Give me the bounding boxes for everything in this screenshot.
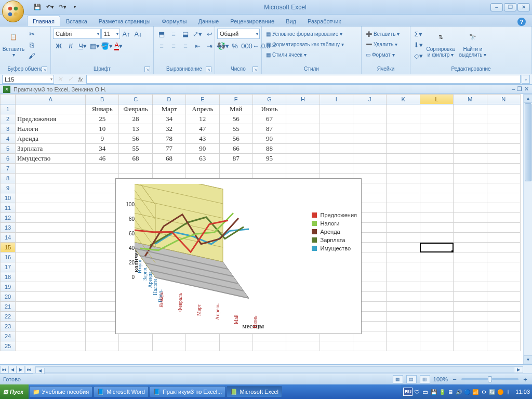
cell[interactable]: [86, 203, 119, 213]
cell[interactable]: [387, 312, 420, 322]
cell[interactable]: [86, 341, 119, 351]
font-launcher[interactable]: ↘: [144, 66, 150, 72]
conditional-formatting-button[interactable]: ▦Условное форматирование ▾: [264, 29, 344, 39]
tab-review[interactable]: Рецензирование: [224, 16, 280, 26]
cell[interactable]: [86, 233, 119, 243]
tray-icon[interactable]: 🔄: [488, 388, 496, 395]
column-header[interactable]: L: [420, 95, 453, 104]
cancel-formula-button[interactable]: ✕: [55, 75, 64, 84]
workbook-close[interactable]: ✕: [524, 86, 529, 92]
tray-icon[interactable]: 🟠: [497, 388, 504, 395]
column-header[interactable]: E: [186, 95, 219, 104]
cell[interactable]: [387, 322, 420, 331]
cell[interactable]: [420, 193, 453, 203]
cell[interactable]: [454, 104, 487, 114]
cell[interactable]: [286, 104, 320, 114]
cell[interactable]: [16, 341, 86, 351]
cell[interactable]: [353, 114, 387, 124]
cell[interactable]: [320, 144, 353, 154]
cell[interactable]: [420, 272, 453, 282]
row-header[interactable]: 14: [1, 233, 16, 243]
cell[interactable]: [387, 272, 420, 282]
cell[interactable]: [387, 134, 420, 144]
cell[interactable]: [86, 322, 119, 331]
row-header[interactable]: 6: [1, 154, 16, 164]
tray-icon[interactable]: 🔋: [438, 388, 446, 395]
cell[interactable]: [454, 144, 487, 154]
cell[interactable]: 47: [186, 124, 219, 134]
cell[interactable]: Февраль: [119, 104, 152, 114]
cell[interactable]: [420, 341, 453, 351]
cell[interactable]: [86, 164, 119, 174]
cell[interactable]: [420, 164, 453, 174]
cell[interactable]: [420, 233, 453, 243]
cell[interactable]: [454, 174, 487, 183]
tray-icon[interactable]: 🛡: [414, 388, 421, 395]
tray-icon[interactable]: ⚙: [480, 388, 487, 395]
row-header[interactable]: 24: [1, 331, 16, 341]
row-header[interactable]: 19: [1, 282, 16, 292]
tray-icon[interactable]: ᛒ: [505, 388, 512, 395]
cell[interactable]: [119, 341, 152, 351]
column-header[interactable]: C: [119, 95, 152, 104]
fill-button[interactable]: ⬇▾: [413, 39, 424, 50]
cell[interactable]: [420, 134, 453, 144]
cell[interactable]: [286, 154, 320, 164]
select-all-button[interactable]: [1, 95, 16, 104]
font-color-button[interactable]: A▾: [113, 41, 124, 51]
cell[interactable]: [487, 322, 520, 331]
row-header[interactable]: 23: [1, 322, 16, 331]
row-header[interactable]: 12: [1, 213, 16, 223]
last-sheet-button[interactable]: ⏭: [25, 366, 33, 374]
cell[interactable]: [420, 203, 453, 213]
cell[interactable]: [16, 223, 86, 233]
cell[interactable]: [16, 292, 86, 302]
undo-button[interactable]: ↶▾: [45, 2, 55, 12]
paste-button[interactable]: 📋 Вставить▾: [2, 28, 25, 59]
cell[interactable]: [487, 331, 520, 341]
cell[interactable]: [454, 223, 487, 233]
cell[interactable]: [320, 114, 353, 124]
cell[interactable]: [454, 331, 487, 341]
cell[interactable]: [454, 341, 487, 351]
cell[interactable]: [86, 302, 119, 312]
cell[interactable]: [387, 164, 420, 174]
decrease-font-button[interactable]: A↓: [132, 29, 144, 39]
cell[interactable]: [420, 302, 453, 312]
cell[interactable]: [454, 203, 487, 213]
cell[interactable]: Июнь: [252, 104, 286, 114]
clear-button[interactable]: ◇▾: [413, 50, 424, 61]
next-sheet-button[interactable]: ▶: [17, 366, 25, 374]
cell[interactable]: [420, 282, 453, 292]
cell[interactable]: [16, 213, 86, 223]
cell[interactable]: Апрель: [186, 104, 219, 114]
row-header[interactable]: 21: [1, 302, 16, 312]
cell[interactable]: [353, 341, 387, 351]
cell[interactable]: [86, 183, 119, 193]
cell[interactable]: 90: [252, 134, 286, 144]
cell[interactable]: [454, 262, 487, 272]
cell[interactable]: 12: [186, 114, 219, 124]
cell[interactable]: [387, 144, 420, 154]
cell[interactable]: [387, 282, 420, 292]
bold-button[interactable]: Ж: [53, 41, 64, 51]
clock[interactable]: 11:03: [515, 389, 530, 395]
cell[interactable]: 87: [252, 124, 286, 134]
cell[interactable]: Зарплата: [16, 144, 86, 154]
cell[interactable]: [487, 302, 520, 312]
zoom-slider[interactable]: [461, 378, 518, 380]
cell[interactable]: 77: [152, 144, 185, 154]
cell[interactable]: [487, 262, 520, 272]
tray-icon[interactable]: 💾: [430, 388, 437, 395]
cell[interactable]: [487, 183, 520, 193]
row-header[interactable]: 8: [1, 174, 16, 183]
format-painter-button[interactable]: 🖌: [26, 50, 37, 61]
cell[interactable]: [387, 174, 420, 183]
column-header[interactable]: M: [454, 95, 487, 104]
align-left-button[interactable]: ≡: [156, 41, 167, 51]
cell[interactable]: 90: [186, 144, 219, 154]
find-select-button[interactable]: 🔭 Найти и выделить ▾: [457, 28, 488, 59]
cell[interactable]: [353, 154, 387, 164]
cell[interactable]: [487, 154, 520, 164]
cell[interactable]: [320, 154, 353, 164]
